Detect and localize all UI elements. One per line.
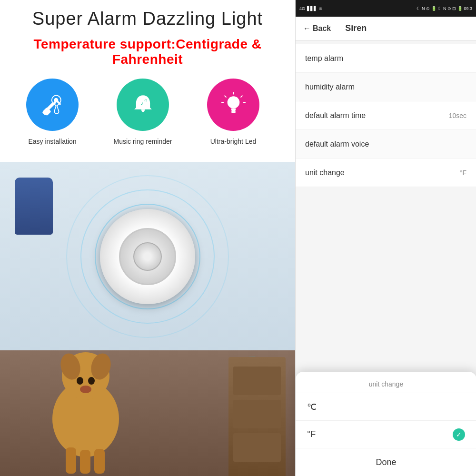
done-label: Done <box>376 457 396 467</box>
menu-list: temp alarm humidity alarm default alarm … <box>296 44 476 187</box>
svg-rect-24 <box>80 450 90 474</box>
done-button[interactable]: Done <box>296 448 476 476</box>
unit-change-value: °F <box>460 169 466 177</box>
default-voice-label: default alarm voice <box>305 140 369 149</box>
siren-device <box>100 209 195 304</box>
fahrenheit-label: °F <box>307 429 316 439</box>
signal-bars: ▋▋▋ <box>307 6 317 11</box>
back-arrow: ← <box>303 24 311 33</box>
wrench-icon <box>40 92 66 118</box>
sheet-title: unit change <box>296 372 476 393</box>
svg-text:♫: ♫ <box>144 98 147 102</box>
humidity-alarm-label: humidity alarm <box>305 83 355 91</box>
page-container: Super Alarm Dazzling Light Temperature s… <box>0 0 476 476</box>
main-title: Super Alarm Dazzling Light <box>0 0 295 34</box>
menu-item-default-voice[interactable]: default alarm voice <box>296 130 476 159</box>
siren-center <box>133 242 162 271</box>
menu-item-temp-alarm[interactable]: temp alarm <box>296 44 476 73</box>
svg-point-27 <box>88 377 95 385</box>
bulb-icon <box>220 92 247 118</box>
time-display: ☾ N ⊙ ⊡ 🔋 09:3 <box>438 6 472 11</box>
svg-line-11 <box>241 96 242 97</box>
moon-icon: ☾ <box>416 6 420 11</box>
sheet-option-fahrenheit[interactable]: °F ✓ <box>296 421 476 448</box>
feature-label-3: Ultra-bright Led <box>210 138 257 145</box>
drawer-3 <box>233 433 281 462</box>
header-title: Siren <box>345 23 367 33</box>
feature-music-ring: ♪ ♫ Music ring reminder <box>105 79 181 145</box>
svg-point-26 <box>77 377 83 385</box>
bottom-sheet: unit change ℃ °F ✓ Done <box>296 372 476 476</box>
phone-header: ← Back Siren <box>296 17 476 40</box>
svg-line-13 <box>225 96 226 97</box>
feature-easy-installation: Easy installation <box>14 79 90 145</box>
menu-item-default-time[interactable]: default alarm time 10sec <box>296 101 476 130</box>
status-bar: 4G ▋▋▋ ≋ ☾ N ⊙ 🔋 ☾ N ⊙ ⊡ 🔋 09:3 <box>296 0 476 17</box>
feature-icon-pink <box>207 79 259 131</box>
feature-label-1: Easy installation <box>28 138 76 145</box>
dog-silhouette <box>38 314 133 476</box>
status-right: ☾ N ⊙ 🔋 ☾ N ⊙ ⊡ 🔋 09:3 <box>416 6 472 11</box>
temp-alarm-label: temp alarm <box>305 54 343 63</box>
feature-label-2: Music ring reminder <box>114 138 172 145</box>
back-button[interactable]: ← Back <box>303 24 331 33</box>
alarm-icon: ⊙ <box>426 6 430 11</box>
svg-text:♪: ♪ <box>140 99 143 106</box>
feature-icon-blue <box>26 79 79 131</box>
notification-icon: N <box>422 6 425 11</box>
drawer-1 <box>233 367 281 395</box>
network-indicator: 4G <box>299 6 305 11</box>
menu-item-unit-change[interactable]: unit change °F <box>296 159 476 187</box>
temp-support-text: Temperature support:Centigrade & Fahrenh… <box>0 34 295 74</box>
dresser <box>228 357 286 476</box>
svg-rect-25 <box>94 449 105 474</box>
svg-rect-9 <box>231 111 235 113</box>
sheet-option-celsius[interactable]: ℃ <box>296 393 476 421</box>
drawer-2 <box>233 400 281 428</box>
room-background <box>0 162 295 476</box>
right-panel: 4G ▋▋▋ ≋ ☾ N ⊙ 🔋 ☾ N ⊙ ⊡ 🔋 09:3 ← Back S… <box>295 0 476 476</box>
product-image <box>0 162 295 476</box>
default-time-value: 10sec <box>449 112 466 119</box>
siren-outer-ring <box>100 209 195 304</box>
siren-inner-ring <box>119 228 176 285</box>
svg-point-28 <box>80 386 91 393</box>
default-time-label: default alarm time <box>305 111 366 120</box>
back-label: Back <box>313 24 331 33</box>
celsius-label: ℃ <box>307 402 317 412</box>
menu-item-humidity-alarm[interactable]: humidity alarm <box>296 73 476 101</box>
features-row: Easy installation ♪ ♫ Music rin <box>0 74 295 150</box>
svg-point-8 <box>227 96 239 109</box>
svg-rect-23 <box>66 447 76 474</box>
dog-area <box>38 314 133 476</box>
wifi-status: ≋ <box>319 6 323 11</box>
left-panel: Super Alarm Dazzling Light Temperature s… <box>0 0 295 476</box>
status-left: 4G ▋▋▋ ≋ <box>299 6 323 11</box>
music-icon: ♪ ♫ <box>130 92 156 118</box>
jacket-decoration <box>15 178 53 235</box>
battery-icon: 🔋 <box>431 6 436 11</box>
feature-ultra-bright: Ultra-bright Led <box>195 79 271 145</box>
unit-change-label: unit change <box>305 169 345 177</box>
feature-icon-teal: ♪ ♫ <box>117 79 169 131</box>
selected-check-icon: ✓ <box>453 428 465 441</box>
